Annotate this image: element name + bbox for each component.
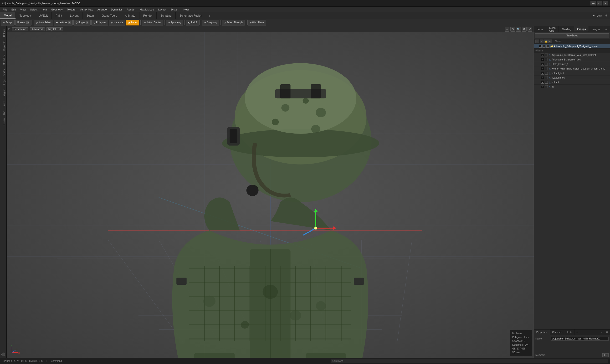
prop-tab-properties[interactable]: Properties [534,329,550,335]
sidebar-tab-uv[interactable]: UV [0,109,6,117]
sidebar-tab-duplicate[interactable]: Duplicate [0,39,6,52]
prop-tab-lists[interactable]: Lists [565,329,575,335]
list-item[interactable]: ✓ △ Plate_Carrier_1 [534,62,610,66]
item-vis-3[interactable] [545,63,548,65]
minimize-button[interactable]: — [590,1,596,5]
prop-settings-icon[interactable]: ⚙ [605,330,609,335]
tab-model[interactable]: Model [0,12,16,19]
viewport-settings-icon[interactable]: ⚙ [522,27,527,32]
sidebar-tab-deform[interactable]: Deform [0,27,6,39]
edges-button[interactable]: ⬡ Edges 3 [73,20,91,26]
tab-items[interactable]: Items [534,26,546,32]
snapping-button[interactable]: ⊸ Snapping [202,20,219,26]
item-vis-1[interactable] [545,53,548,56]
item-vis-5[interactable] [545,72,548,75]
viewport-search-icon[interactable]: 🔍 [516,27,521,32]
menu-system[interactable]: System [168,8,181,12]
menu-render[interactable]: Render [125,8,137,12]
menu-vertex-map[interactable]: Vertex Map [78,8,95,12]
sidebar-tab-curve[interactable]: Curve [0,99,6,109]
item-vis2-root[interactable] [546,45,549,48]
sculpt-button[interactable]: ✏ Sculpt [1,20,14,26]
item-checkbox-5[interactable]: ✓ [541,72,544,75]
item-checkbox-6[interactable]: ✓ [541,76,544,79]
menu-texture[interactable]: Texture [65,8,77,12]
add-prop-tab-button[interactable]: + [575,329,579,335]
list-item[interactable]: ✓ △ Adjustable_Bulletproof_Vest [534,57,610,62]
menu-item[interactable]: Item [40,8,49,12]
maximize-button[interactable]: □ [597,1,602,5]
tab-render[interactable]: Render [139,12,157,19]
list-item[interactable]: ✓ △ fur [534,85,610,89]
tab-uvedit[interactable]: UVEdit [35,12,52,19]
tab-scripting[interactable]: Scripting [157,12,176,19]
prop-tab-channels[interactable]: Channels [550,329,565,335]
perspective-button[interactable]: Perspective [12,27,28,31]
item-root[interactable]: ✓ 📁 Adjustable_Bulletproof_Vest_with_Hel… [534,44,610,49]
viewport-expand-icon[interactable]: ⊞ [8,28,10,31]
item-vis-root[interactable] [542,45,545,48]
new-group-button[interactable]: New Group [535,33,609,38]
sidebar-tab-vertex[interactable]: Vertex [0,67,6,77]
select-through-button[interactable]: ⊡ Select Through [222,20,245,26]
menu-help[interactable]: Help [182,8,191,12]
tab-mesh-ops[interactable]: Mesh Ops [546,26,559,32]
action-center-button[interactable]: ⊕ Action Center [142,20,163,26]
auto-select-button[interactable]: ▷ Auto Select [34,20,53,26]
advanced-button[interactable]: Advanced [30,27,45,31]
command-input[interactable] [331,359,608,363]
item-checkbox-2[interactable]: ✓ [541,58,544,61]
add-tab-button[interactable]: + [206,12,213,19]
item-checkbox-8[interactable]: ✓ [541,85,544,88]
polygons-button[interactable]: ◻ Polygons [91,20,108,26]
tab-groups[interactable]: Groups [574,26,589,32]
materials-button[interactable]: ◈ Materials [109,20,125,26]
menu-layout[interactable]: Layout [156,8,168,12]
list-item[interactable]: ✓ △ Helmet_with_Night_Vision_Goggles_Gre… [534,66,610,71]
members-arrow-button[interactable]: >> [602,353,609,357]
viewport-zoom-icon[interactable]: ⊕ [510,27,515,32]
workplane-button[interactable]: ⊞ WorkPlane [248,20,266,26]
tab-schematic-fusion[interactable]: Schematic Fusion [176,12,206,19]
list-icon-4[interactable]: ⚙ [548,39,552,43]
name-input[interactable] [551,337,609,341]
tab-setup[interactable]: Setup [83,12,98,19]
falloff-button[interactable]: ◐ Falloff [186,20,199,26]
tab-topology[interactable]: Topology [16,12,35,19]
item-checkbox-1[interactable]: ✓ [541,53,544,56]
menu-view[interactable]: View [18,8,28,12]
tab-game-tools[interactable]: Game Tools [98,12,121,19]
list-icon-1[interactable]: ◁ [535,39,539,43]
add-right-tab-button[interactable]: + [603,26,609,32]
item-vis-8[interactable] [545,85,548,88]
item-vis-6[interactable] [545,76,548,79]
vertices-button[interactable]: ◆ Vertices 2 [54,20,73,26]
menu-dynamics[interactable]: Dynamics [109,8,125,12]
menu-maxtomodo[interactable]: MaxToModo [138,8,156,12]
list-icon-3[interactable]: 🔒 [544,39,548,43]
tab-images[interactable]: Images [589,26,603,32]
sidebar-tab-edge[interactable]: Edge [0,77,6,87]
viewport-home-icon[interactable]: ⌂ [505,27,509,32]
item-checkbox-7[interactable]: ✓ [541,81,544,84]
items-button[interactable]: ▣ Items [126,20,139,26]
presets-button[interactable]: Presets Fi [15,20,31,26]
menu-arrange[interactable]: Arrange [95,8,109,12]
ray-gl-button[interactable]: Ray GL: Off [46,27,63,31]
list-item[interactable]: ✓ △ helmet [534,80,610,85]
sidebar-tab-mesh-edit[interactable]: Mesh Edit [0,52,6,67]
item-vis-2[interactable] [545,58,548,61]
menu-geometry[interactable]: Geometry [49,8,64,12]
sidebar-tab-fusion[interactable]: Fusion [0,117,6,127]
item-vis-4[interactable] [545,67,548,70]
tab-animate[interactable]: Animate [121,12,139,19]
list-item[interactable]: ✓ △ headphones [534,76,610,80]
list-icon-2[interactable]: ⊙ [540,39,543,43]
sidebar-tab-polygon[interactable]: Polygon [0,87,6,99]
item-checkbox-root[interactable]: ✓ [539,45,541,48]
viewport-maximize-icon[interactable]: ⤢ [527,27,532,32]
menu-edit[interactable]: Edit [10,8,18,12]
tab-shading[interactable]: Shading [559,26,574,32]
symmetry-button[interactable]: ⇔ Symmetry [166,20,183,26]
item-checkbox-4[interactable]: ✓ [541,67,544,70]
